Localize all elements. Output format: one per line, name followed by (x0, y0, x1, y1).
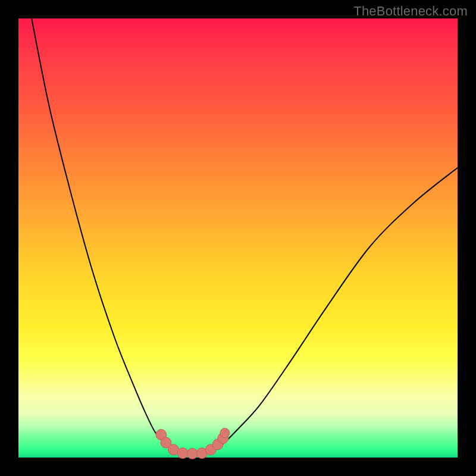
bottleneck-curve (32, 18, 458, 454)
marker-layer (156, 428, 230, 459)
valley-marker (220, 428, 230, 438)
valley-marker (177, 448, 188, 459)
chart-frame: TheBottleneck.com (0, 0, 476, 476)
valley-marker (187, 448, 198, 459)
chart-svg (0, 0, 476, 476)
curve-layer (32, 18, 458, 454)
